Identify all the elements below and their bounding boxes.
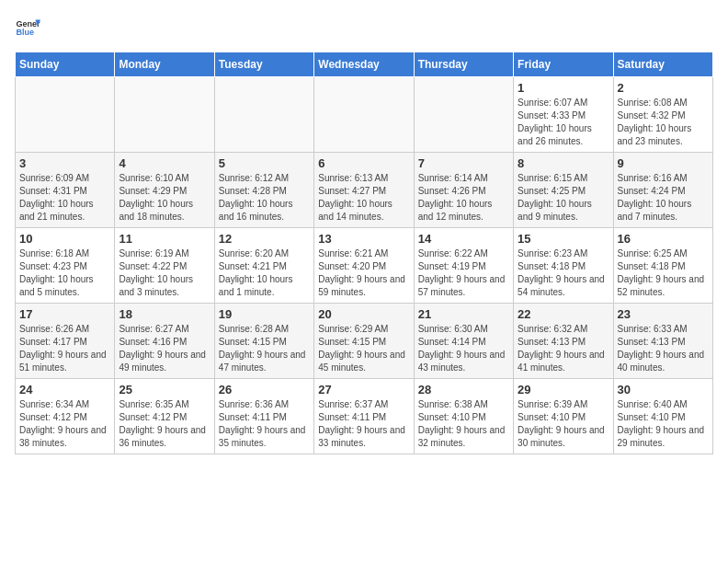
calendar-cell: 15Sunrise: 6:23 AM Sunset: 4:18 PM Dayli…: [514, 228, 613, 304]
calendar-cell: 29Sunrise: 6:39 AM Sunset: 4:10 PM Dayli…: [514, 379, 613, 454]
day-info: Sunrise: 6:35 AM Sunset: 4:12 PM Dayligh…: [119, 398, 210, 450]
day-number: 23: [618, 307, 709, 321]
day-number: 27: [318, 383, 409, 396]
col-header-friday: Friday: [514, 52, 613, 77]
calendar-cell: 16Sunrise: 6:25 AM Sunset: 4:18 PM Dayli…: [613, 228, 712, 304]
day-number: 10: [19, 232, 110, 246]
day-number: 6: [318, 156, 409, 170]
day-info: Sunrise: 6:36 AM Sunset: 4:11 PM Dayligh…: [219, 398, 310, 450]
calendar-cell: [414, 77, 513, 153]
calendar-cell: 25Sunrise: 6:35 AM Sunset: 4:12 PM Dayli…: [115, 379, 214, 454]
day-number: 30: [618, 383, 709, 396]
day-info: Sunrise: 6:30 AM Sunset: 4:14 PM Dayligh…: [418, 323, 509, 374]
calendar-cell: 17Sunrise: 6:26 AM Sunset: 4:17 PM Dayli…: [16, 304, 115, 379]
day-number: 12: [219, 232, 310, 246]
day-info: Sunrise: 6:32 AM Sunset: 4:13 PM Dayligh…: [518, 323, 609, 374]
calendar-cell: 28Sunrise: 6:38 AM Sunset: 4:10 PM Dayli…: [414, 379, 513, 454]
day-number: 21: [418, 307, 509, 321]
day-number: 25: [119, 383, 210, 396]
calendar-cell: 30Sunrise: 6:40 AM Sunset: 4:10 PM Dayli…: [613, 379, 712, 454]
day-info: Sunrise: 6:12 AM Sunset: 4:28 PM Dayligh…: [219, 172, 310, 224]
day-info: Sunrise: 6:21 AM Sunset: 4:20 PM Dayligh…: [318, 247, 409, 299]
day-info: Sunrise: 6:13 AM Sunset: 4:27 PM Dayligh…: [318, 172, 409, 224]
calendar-cell: 6Sunrise: 6:13 AM Sunset: 4:27 PM Daylig…: [314, 153, 414, 228]
day-number: 17: [19, 307, 110, 321]
calendar-cell: 8Sunrise: 6:15 AM Sunset: 4:25 PM Daylig…: [514, 153, 613, 228]
col-header-tuesday: Tuesday: [214, 52, 313, 77]
day-info: Sunrise: 6:07 AM Sunset: 4:33 PM Dayligh…: [518, 97, 609, 148]
day-info: Sunrise: 6:10 AM Sunset: 4:29 PM Dayligh…: [119, 172, 210, 224]
day-info: Sunrise: 6:34 AM Sunset: 4:12 PM Dayligh…: [19, 398, 110, 450]
calendar-cell: 1Sunrise: 6:07 AM Sunset: 4:33 PM Daylig…: [514, 77, 613, 153]
calendar-cell: 21Sunrise: 6:30 AM Sunset: 4:14 PM Dayli…: [414, 304, 513, 379]
day-number: 11: [119, 232, 210, 246]
day-info: Sunrise: 6:09 AM Sunset: 4:31 PM Dayligh…: [19, 172, 110, 224]
day-number: 14: [418, 232, 509, 246]
day-number: 8: [518, 156, 609, 170]
calendar-cell: 12Sunrise: 6:20 AM Sunset: 4:21 PM Dayli…: [214, 228, 313, 304]
col-header-saturday: Saturday: [613, 52, 712, 77]
day-info: Sunrise: 6:20 AM Sunset: 4:21 PM Dayligh…: [219, 247, 310, 299]
day-info: Sunrise: 6:22 AM Sunset: 4:19 PM Dayligh…: [418, 247, 509, 299]
day-number: 24: [19, 383, 110, 396]
day-info: Sunrise: 6:15 AM Sunset: 4:25 PM Dayligh…: [518, 172, 609, 224]
day-info: Sunrise: 6:23 AM Sunset: 4:18 PM Dayligh…: [518, 247, 609, 299]
page-header: General Blue: [15, 15, 713, 40]
calendar-cell: 26Sunrise: 6:36 AM Sunset: 4:11 PM Dayli…: [214, 379, 313, 454]
day-info: Sunrise: 6:25 AM Sunset: 4:18 PM Dayligh…: [618, 247, 709, 299]
col-header-monday: Monday: [115, 52, 214, 77]
day-info: Sunrise: 6:26 AM Sunset: 4:17 PM Dayligh…: [19, 323, 110, 374]
calendar-cell: 5Sunrise: 6:12 AM Sunset: 4:28 PM Daylig…: [214, 153, 313, 228]
calendar-cell: 7Sunrise: 6:14 AM Sunset: 4:26 PM Daylig…: [414, 153, 513, 228]
logo-icon: General Blue: [15, 15, 40, 40]
calendar-cell: 4Sunrise: 6:10 AM Sunset: 4:29 PM Daylig…: [115, 153, 214, 228]
day-info: Sunrise: 6:28 AM Sunset: 4:15 PM Dayligh…: [219, 323, 310, 374]
day-number: 19: [219, 307, 310, 321]
calendar-cell: 10Sunrise: 6:18 AM Sunset: 4:23 PM Dayli…: [16, 228, 115, 304]
svg-text:Blue: Blue: [16, 28, 34, 37]
day-info: Sunrise: 6:27 AM Sunset: 4:16 PM Dayligh…: [119, 323, 210, 374]
calendar-cell: 23Sunrise: 6:33 AM Sunset: 4:13 PM Dayli…: [613, 304, 712, 379]
calendar-cell: [214, 77, 313, 153]
day-info: Sunrise: 6:08 AM Sunset: 4:32 PM Dayligh…: [618, 97, 709, 148]
day-info: Sunrise: 6:19 AM Sunset: 4:22 PM Dayligh…: [119, 247, 210, 299]
day-number: 13: [318, 232, 409, 246]
calendar-table: SundayMondayTuesdayWednesdayThursdayFrid…: [15, 52, 713, 454]
day-info: Sunrise: 6:29 AM Sunset: 4:15 PM Dayligh…: [318, 323, 409, 374]
calendar-cell: 11Sunrise: 6:19 AM Sunset: 4:22 PM Dayli…: [115, 228, 214, 304]
col-header-thursday: Thursday: [414, 52, 513, 77]
calendar-cell: 14Sunrise: 6:22 AM Sunset: 4:19 PM Dayli…: [414, 228, 513, 304]
day-info: Sunrise: 6:14 AM Sunset: 4:26 PM Dayligh…: [418, 172, 509, 224]
day-number: 26: [219, 383, 310, 396]
day-info: Sunrise: 6:40 AM Sunset: 4:10 PM Dayligh…: [618, 398, 709, 450]
day-number: 20: [318, 307, 409, 321]
calendar-cell: [115, 77, 214, 153]
calendar-cell: 9Sunrise: 6:16 AM Sunset: 4:24 PM Daylig…: [613, 153, 712, 228]
day-number: 15: [518, 232, 609, 246]
calendar-cell: 13Sunrise: 6:21 AM Sunset: 4:20 PM Dayli…: [314, 228, 414, 304]
day-info: Sunrise: 6:39 AM Sunset: 4:10 PM Dayligh…: [518, 398, 609, 450]
day-info: Sunrise: 6:37 AM Sunset: 4:11 PM Dayligh…: [318, 398, 409, 450]
calendar-cell: 20Sunrise: 6:29 AM Sunset: 4:15 PM Dayli…: [314, 304, 414, 379]
day-number: 1: [518, 81, 609, 95]
day-number: 28: [418, 383, 509, 396]
calendar-cell: 22Sunrise: 6:32 AM Sunset: 4:13 PM Dayli…: [514, 304, 613, 379]
day-info: Sunrise: 6:18 AM Sunset: 4:23 PM Dayligh…: [19, 247, 110, 299]
calendar-cell: 27Sunrise: 6:37 AM Sunset: 4:11 PM Dayli…: [314, 379, 414, 454]
col-header-wednesday: Wednesday: [314, 52, 414, 77]
day-number: 4: [119, 156, 210, 170]
logo: General Blue: [15, 15, 40, 40]
day-number: 2: [618, 81, 709, 95]
calendar-cell: [16, 77, 115, 153]
day-number: 29: [518, 383, 609, 396]
calendar-cell: 2Sunrise: 6:08 AM Sunset: 4:32 PM Daylig…: [613, 77, 712, 153]
calendar-cell: 3Sunrise: 6:09 AM Sunset: 4:31 PM Daylig…: [16, 153, 115, 228]
day-number: 3: [19, 156, 110, 170]
day-number: 9: [618, 156, 709, 170]
day-number: 16: [618, 232, 709, 246]
day-info: Sunrise: 6:38 AM Sunset: 4:10 PM Dayligh…: [418, 398, 509, 450]
day-number: 18: [119, 307, 210, 321]
col-header-sunday: Sunday: [16, 52, 115, 77]
calendar-cell: [314, 77, 414, 153]
day-number: 22: [518, 307, 609, 321]
